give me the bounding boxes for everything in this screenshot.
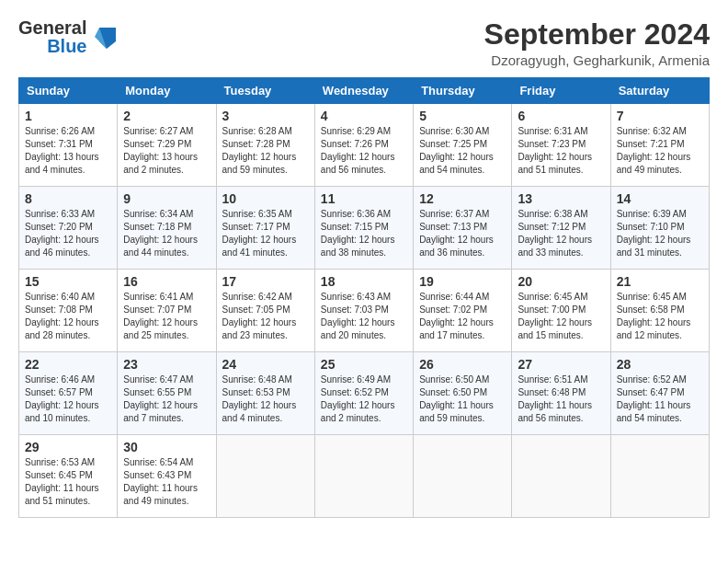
calendar-cell: [512, 435, 610, 518]
calendar-cell: 27Sunrise: 6:51 AM Sunset: 6:48 PM Dayli…: [512, 352, 610, 435]
day-number: 16: [123, 274, 210, 289]
calendar-header: SundayMondayTuesdayWednesdayThursdayFrid…: [19, 78, 710, 104]
calendar-cell: 25Sunrise: 6:49 AM Sunset: 6:52 PM Dayli…: [314, 352, 413, 435]
day-info: Sunrise: 6:35 AM Sunset: 7:17 PM Dayligh…: [222, 208, 309, 259]
day-info: Sunrise: 6:42 AM Sunset: 7:05 PM Dayligh…: [222, 291, 309, 342]
calendar-cell: 23Sunrise: 6:47 AM Sunset: 6:55 PM Dayli…: [118, 352, 216, 435]
calendar-cell: [610, 435, 709, 518]
day-number: 12: [419, 191, 506, 206]
day-number: 30: [123, 440, 210, 454]
day-number: 1: [25, 109, 111, 123]
day-info: Sunrise: 6:45 AM Sunset: 7:00 PM Dayligh…: [518, 291, 604, 342]
calendar-cell: 19Sunrise: 6:44 AM Sunset: 7:02 PM Dayli…: [414, 270, 512, 352]
day-info: Sunrise: 6:50 AM Sunset: 6:50 PM Dayligh…: [419, 373, 506, 425]
day-number: 28: [617, 357, 703, 372]
day-number: 14: [617, 191, 703, 206]
day-number: 27: [518, 357, 604, 372]
calendar-cell: 9Sunrise: 6:34 AM Sunset: 7:18 PM Daylig…: [118, 187, 216, 270]
title-block: September 2024 Dzoragyugh, Gegharkunik, …: [484, 18, 710, 68]
day-info: Sunrise: 6:51 AM Sunset: 6:48 PM Dayligh…: [518, 373, 604, 425]
calendar-cell: 22Sunrise: 6:46 AM Sunset: 6:57 PM Dayli…: [19, 352, 118, 435]
weekday-header-friday: Friday: [512, 78, 610, 104]
day-number: 25: [321, 357, 407, 372]
weekday-header-sunday: Sunday: [19, 78, 118, 104]
day-info: Sunrise: 6:38 AM Sunset: 7:12 PM Dayligh…: [518, 208, 604, 259]
calendar-cell: 29Sunrise: 6:53 AM Sunset: 6:45 PM Dayli…: [19, 435, 118, 518]
day-number: 8: [25, 191, 111, 206]
day-number: 7: [617, 109, 703, 123]
logo-general-text: General: [18, 18, 86, 37]
day-info: Sunrise: 6:28 AM Sunset: 7:28 PM Dayligh…: [222, 125, 309, 177]
day-number: 24: [222, 357, 309, 372]
calendar-cell: 6Sunrise: 6:31 AM Sunset: 7:23 PM Daylig…: [512, 104, 610, 187]
calendar-cell: 10Sunrise: 6:35 AM Sunset: 7:17 PM Dayli…: [216, 187, 314, 270]
calendar-cell: 18Sunrise: 6:43 AM Sunset: 7:03 PM Dayli…: [314, 270, 413, 352]
day-number: 6: [518, 109, 604, 123]
calendar-cell: 21Sunrise: 6:45 AM Sunset: 6:58 PM Dayli…: [610, 270, 709, 352]
location-label: Dzoragyugh, Gegharkunik, Armenia: [484, 52, 710, 68]
day-info: Sunrise: 6:29 AM Sunset: 7:26 PM Dayligh…: [321, 125, 407, 177]
day-info: Sunrise: 6:27 AM Sunset: 7:29 PM Dayligh…: [123, 125, 210, 177]
calendar-cell: 16Sunrise: 6:41 AM Sunset: 7:07 PM Dayli…: [118, 270, 216, 352]
day-info: Sunrise: 6:39 AM Sunset: 7:10 PM Dayligh…: [617, 208, 703, 259]
day-info: Sunrise: 6:47 AM Sunset: 6:55 PM Dayligh…: [123, 373, 210, 425]
day-info: Sunrise: 6:34 AM Sunset: 7:18 PM Dayligh…: [123, 208, 210, 259]
calendar-cell: 13Sunrise: 6:38 AM Sunset: 7:12 PM Dayli…: [512, 187, 610, 270]
calendar-table: SundayMondayTuesdayWednesdayThursdayFrid…: [18, 77, 710, 518]
day-info: Sunrise: 6:44 AM Sunset: 7:02 PM Dayligh…: [419, 291, 506, 342]
day-info: Sunrise: 6:43 AM Sunset: 7:03 PM Dayligh…: [321, 291, 407, 342]
calendar-cell: 8Sunrise: 6:33 AM Sunset: 7:20 PM Daylig…: [19, 187, 118, 270]
calendar-cell: 15Sunrise: 6:40 AM Sunset: 7:08 PM Dayli…: [19, 270, 118, 352]
calendar-cell: 14Sunrise: 6:39 AM Sunset: 7:10 PM Dayli…: [610, 187, 709, 270]
day-number: 3: [222, 109, 309, 123]
calendar-cell: 11Sunrise: 6:36 AM Sunset: 7:15 PM Dayli…: [314, 187, 413, 270]
calendar-cell: 5Sunrise: 6:30 AM Sunset: 7:25 PM Daylig…: [414, 104, 512, 187]
calendar-cell: [314, 435, 413, 518]
calendar-cell: 24Sunrise: 6:48 AM Sunset: 6:53 PM Dayli…: [216, 352, 314, 435]
calendar-cell: 20Sunrise: 6:45 AM Sunset: 7:00 PM Dayli…: [512, 270, 610, 352]
day-number: 23: [123, 357, 210, 372]
day-info: Sunrise: 6:31 AM Sunset: 7:23 PM Dayligh…: [518, 125, 604, 177]
calendar-cell: 7Sunrise: 6:32 AM Sunset: 7:21 PM Daylig…: [610, 104, 709, 187]
day-info: Sunrise: 6:49 AM Sunset: 6:52 PM Dayligh…: [321, 373, 407, 425]
calendar-cell: [216, 435, 314, 518]
logo: General Blue: [18, 18, 118, 55]
day-info: Sunrise: 6:41 AM Sunset: 7:07 PM Dayligh…: [123, 291, 210, 342]
day-info: Sunrise: 6:36 AM Sunset: 7:15 PM Dayligh…: [321, 208, 407, 259]
calendar-cell: 17Sunrise: 6:42 AM Sunset: 7:05 PM Dayli…: [216, 270, 314, 352]
day-number: 29: [25, 440, 111, 454]
weekday-header-wednesday: Wednesday: [314, 78, 413, 104]
day-number: 19: [419, 274, 506, 289]
day-info: Sunrise: 6:32 AM Sunset: 7:21 PM Dayligh…: [617, 125, 703, 177]
calendar-cell: 28Sunrise: 6:52 AM Sunset: 6:47 PM Dayli…: [610, 352, 709, 435]
day-info: Sunrise: 6:26 AM Sunset: 7:31 PM Dayligh…: [25, 125, 111, 177]
day-number: 13: [518, 191, 604, 206]
day-number: 18: [321, 274, 407, 289]
day-number: 2: [123, 109, 210, 123]
day-info: Sunrise: 6:52 AM Sunset: 6:47 PM Dayligh…: [617, 373, 703, 425]
calendar-cell: 1Sunrise: 6:26 AM Sunset: 7:31 PM Daylig…: [19, 104, 118, 187]
day-number: 17: [222, 274, 309, 289]
day-number: 26: [419, 357, 506, 372]
day-number: 4: [321, 109, 407, 123]
day-number: 22: [25, 357, 111, 372]
weekday-header-thursday: Thursday: [414, 78, 512, 104]
day-number: 5: [419, 109, 506, 123]
logo-icon: [90, 23, 118, 51]
calendar-cell: 2Sunrise: 6:27 AM Sunset: 7:29 PM Daylig…: [118, 104, 216, 187]
calendar-cell: [414, 435, 512, 518]
month-title: September 2024: [484, 18, 710, 51]
day-info: Sunrise: 6:45 AM Sunset: 6:58 PM Dayligh…: [617, 291, 703, 342]
day-info: Sunrise: 6:48 AM Sunset: 6:53 PM Dayligh…: [222, 373, 309, 425]
calendar-cell: 12Sunrise: 6:37 AM Sunset: 7:13 PM Dayli…: [414, 187, 512, 270]
day-info: Sunrise: 6:54 AM Sunset: 6:43 PM Dayligh…: [123, 456, 210, 508]
weekday-header-saturday: Saturday: [610, 78, 709, 104]
day-number: 11: [321, 191, 407, 206]
weekday-header-tuesday: Tuesday: [216, 78, 314, 104]
day-number: 21: [617, 274, 703, 289]
day-info: Sunrise: 6:53 AM Sunset: 6:45 PM Dayligh…: [25, 456, 111, 508]
calendar-cell: 30Sunrise: 6:54 AM Sunset: 6:43 PM Dayli…: [118, 435, 216, 518]
day-info: Sunrise: 6:33 AM Sunset: 7:20 PM Dayligh…: [25, 208, 111, 259]
weekday-header-monday: Monday: [118, 78, 216, 104]
day-number: 10: [222, 191, 309, 206]
